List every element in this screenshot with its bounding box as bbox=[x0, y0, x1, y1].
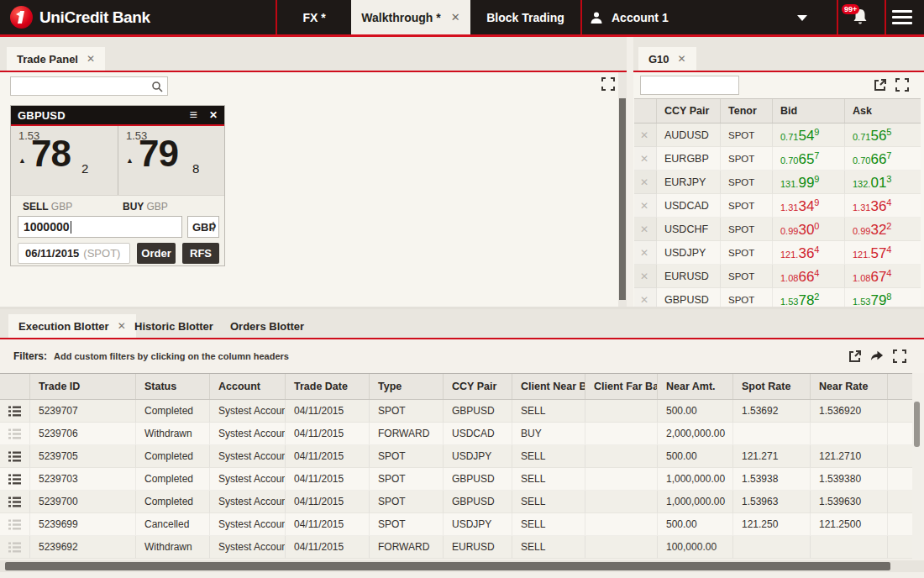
share-icon[interactable] bbox=[870, 349, 884, 362]
blotter-row[interactable]: 5239705CompletedSystest Account04/11/201… bbox=[0, 445, 912, 468]
rfs-button[interactable]: RFS bbox=[182, 243, 219, 264]
notifications-button[interactable]: 99+ bbox=[837, 0, 885, 34]
remove-pair-button[interactable]: ✕ bbox=[634, 288, 657, 307]
close-tab-icon[interactable]: ✕ bbox=[87, 53, 95, 65]
row-menu-icon[interactable] bbox=[8, 542, 21, 553]
blotter-row[interactable]: 5239706WithdrawnSystest Account04/11/201… bbox=[0, 423, 912, 445]
ask-cell[interactable]: 0.71565 bbox=[845, 123, 921, 147]
row-menu-cell[interactable] bbox=[0, 513, 30, 536]
topbar-tab-block-trading[interactable]: Block Trading bbox=[470, 0, 580, 34]
blotter-column-header[interactable]: Trade Date bbox=[286, 374, 370, 399]
blotter-column-header[interactable]: Client Far Base bbox=[585, 374, 658, 399]
trade-panel-search[interactable] bbox=[10, 76, 168, 96]
column-header-ask[interactable]: Ask bbox=[845, 99, 921, 123]
ticket-menu-icon[interactable]: ≡ bbox=[190, 108, 197, 122]
tab-trade-panel[interactable]: Trade Panel ✕ bbox=[7, 47, 105, 71]
ask-cell[interactable]: 132.013 bbox=[845, 171, 921, 194]
bid-cell[interactable]: 0.71549 bbox=[773, 123, 845, 147]
blotter-column-header[interactable]: Trade ID bbox=[30, 374, 136, 399]
remove-pair-button[interactable]: ✕ bbox=[634, 194, 657, 218]
blotter-horizontal-scrollbar[interactable] bbox=[0, 560, 924, 572]
amount-input[interactable]: 1000000 bbox=[18, 216, 182, 238]
scrollbar-thumb[interactable] bbox=[619, 98, 626, 300]
g10-row[interactable]: ✕EURJPYSPOT131.999132.013 bbox=[634, 171, 921, 194]
search-input[interactable] bbox=[641, 76, 738, 94]
g10-row[interactable]: ✕EURGBPSPOT0.706570.70667 bbox=[634, 147, 921, 171]
blotter-vertical-scrollbar[interactable] bbox=[912, 400, 921, 559]
g10-row[interactable]: ✕USDCADSPOT1.313491.31364 bbox=[634, 194, 921, 218]
remove-pair-button[interactable]: ✕ bbox=[634, 241, 657, 265]
bid-cell[interactable]: 131.999 bbox=[773, 171, 845, 194]
fullscreen-icon[interactable] bbox=[601, 77, 615, 91]
remove-pair-button[interactable]: ✕ bbox=[634, 171, 657, 194]
column-header-bid[interactable]: Bid bbox=[773, 99, 845, 123]
bid-cell[interactable]: 1.31349 bbox=[773, 194, 845, 218]
blotter-column-header[interactable]: Near Rate bbox=[811, 374, 888, 399]
account-selector[interactable]: Account 1 bbox=[590, 0, 819, 34]
bid-cell[interactable]: 0.70657 bbox=[773, 147, 845, 171]
close-tab-icon[interactable]: ✕ bbox=[678, 53, 686, 65]
blotter-column-header[interactable]: Account bbox=[210, 374, 286, 399]
blotter-row[interactable]: 5239700CompletedSystest Account04/11/201… bbox=[0, 491, 912, 513]
blotter-row[interactable]: 5239699CancelledSystest Account04/11/201… bbox=[0, 513, 912, 536]
g10-row[interactable]: ✕USDCHFSPOT0.993000.99322 bbox=[634, 218, 921, 241]
bid-cell[interactable]: 0.99300 bbox=[773, 218, 845, 241]
order-button[interactable]: Order bbox=[137, 243, 176, 264]
blotter-column-header[interactable]: Spot Rate bbox=[733, 374, 811, 399]
ticket-header[interactable]: GBPUSD ≡ ✕ bbox=[11, 106, 224, 126]
blotter-row[interactable]: 5239707CompletedSystest Account04/11/201… bbox=[0, 400, 912, 423]
tab-execution-blotter[interactable]: Execution Blotter ✕ bbox=[8, 314, 136, 338]
row-menu-cell[interactable] bbox=[0, 400, 30, 423]
row-menu-icon[interactable] bbox=[8, 519, 21, 530]
scrollbar-thumb[interactable] bbox=[5, 562, 890, 570]
tab-historic-blotter[interactable]: Historic Blotter bbox=[124, 314, 223, 338]
close-tab-icon[interactable]: ✕ bbox=[451, 11, 460, 24]
topbar-tab-fx[interactable]: FX * bbox=[277, 0, 351, 34]
g10-row[interactable]: ✕GBPUSDSPOT1.537821.53798 bbox=[634, 288, 921, 307]
pop-out-icon[interactable] bbox=[848, 349, 862, 363]
blotter-column-header[interactable]: Near Amt. bbox=[658, 374, 733, 399]
remove-pair-button[interactable]: ✕ bbox=[634, 218, 657, 241]
pop-out-icon[interactable] bbox=[874, 78, 887, 92]
g10-row[interactable]: ✕AUDUSDSPOT0.715490.71565 bbox=[634, 123, 921, 147]
remove-pair-button[interactable]: ✕ bbox=[634, 147, 657, 171]
main-menu-button[interactable] bbox=[892, 10, 912, 24]
bid-cell[interactable]: 121.364 bbox=[773, 241, 845, 265]
blotter-column-header[interactable]: CCY Pair bbox=[444, 374, 512, 399]
blotter-column-header[interactable]: Client Near Base bbox=[512, 374, 585, 399]
column-header-tenor[interactable]: Tenor bbox=[721, 99, 773, 123]
fullscreen-icon[interactable] bbox=[895, 78, 909, 92]
ask-cell[interactable]: 1.53798 bbox=[845, 288, 921, 307]
bid-cell[interactable]: 1.53782 bbox=[773, 288, 845, 307]
row-menu-icon[interactable] bbox=[8, 406, 21, 417]
buy-price-tile[interactable]: 1.53 ▲ 79 8 bbox=[118, 126, 224, 195]
row-menu-cell[interactable] bbox=[0, 536, 30, 559]
tab-g10[interactable]: G10 ✕ bbox=[638, 47, 696, 71]
topbar-tab-walkthrough[interactable]: Walkthrough * ✕ bbox=[351, 0, 470, 34]
g10-search[interactable] bbox=[640, 76, 739, 95]
g10-row[interactable]: ✕USDJPYSPOT121.364121.574 bbox=[634, 241, 921, 265]
row-menu-cell[interactable] bbox=[0, 491, 30, 513]
currency-selector[interactable]: GBP ▲▼ bbox=[187, 216, 219, 238]
row-menu-icon[interactable] bbox=[8, 497, 21, 507]
ask-cell[interactable]: 1.31364 bbox=[845, 194, 921, 218]
ask-cell[interactable]: 1.08674 bbox=[845, 265, 921, 288]
trade-panel-scrollbar[interactable] bbox=[618, 72, 627, 307]
row-menu-icon[interactable] bbox=[8, 474, 21, 485]
row-menu-cell[interactable] bbox=[0, 445, 30, 468]
tab-orders-blotter[interactable]: Orders Blotter bbox=[220, 314, 314, 338]
column-header-ccy-pair[interactable]: CCY Pair bbox=[657, 99, 721, 123]
ticket-close-icon[interactable]: ✕ bbox=[209, 109, 218, 121]
blotter-row[interactable]: 5239692WithdrawnSystest Account04/11/201… bbox=[0, 536, 912, 559]
value-date-input[interactable]: 06/11/2015 (SPOT) bbox=[18, 243, 130, 264]
ask-cell[interactable]: 0.70667 bbox=[845, 147, 921, 171]
blotter-column-header[interactable]: Type bbox=[370, 374, 444, 399]
remove-pair-button[interactable]: ✕ bbox=[634, 123, 657, 147]
remove-pair-button[interactable]: ✕ bbox=[634, 265, 657, 288]
search-input[interactable] bbox=[11, 77, 167, 95]
row-menu-cell[interactable] bbox=[0, 468, 30, 491]
g10-row[interactable]: ✕EURUSDSPOT1.086641.08674 bbox=[634, 265, 921, 288]
blotter-row[interactable]: 5239703CompletedSystest Account04/11/201… bbox=[0, 468, 912, 491]
ask-cell[interactable]: 121.574 bbox=[845, 241, 921, 265]
blotter-column-header[interactable]: Status bbox=[136, 374, 210, 399]
